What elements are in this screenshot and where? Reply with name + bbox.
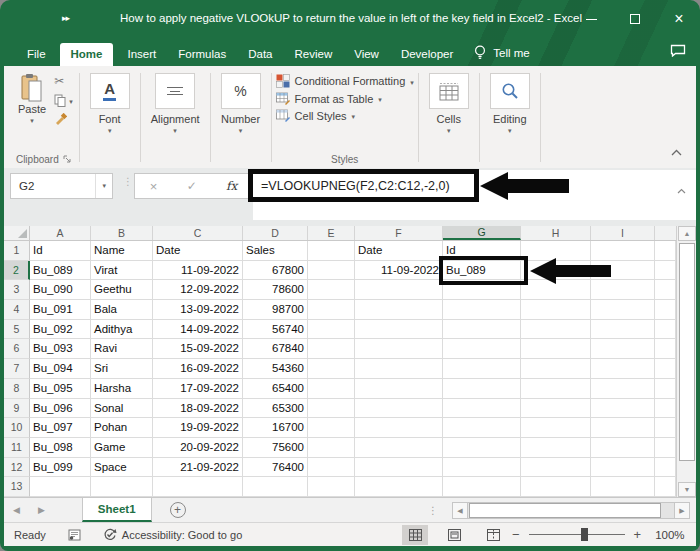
format-painter-button[interactable] [54, 112, 73, 126]
cell-partial-11[interactable] [655, 438, 676, 458]
page-break-preview-button[interactable] [480, 525, 506, 545]
cell-C11[interactable]: 20-09-2022 [153, 438, 243, 458]
cell-C4[interactable]: 13-09-2022 [153, 300, 243, 320]
cell-B8[interactable]: Harsha [91, 379, 153, 399]
cell-C7[interactable]: 16-09-2022 [153, 359, 243, 379]
cell-F9[interactable] [355, 399, 443, 419]
column-header-A[interactable]: A [30, 226, 91, 240]
cell-D6[interactable]: 67840 [243, 339, 308, 359]
cell-B13[interactable] [91, 477, 153, 497]
cell-I13[interactable] [591, 477, 655, 497]
row-header-11[interactable]: 11 [4, 438, 30, 458]
cell-partial-4[interactable] [655, 300, 676, 320]
cell-C13[interactable] [153, 477, 243, 497]
collapse-ribbon-button[interactable] [671, 142, 682, 160]
scroll-right-button[interactable]: ▶ [674, 502, 690, 519]
row-header-10[interactable]: 10 [4, 418, 30, 438]
cell-E10[interactable] [308, 418, 355, 438]
cell-B12[interactable]: Space [91, 458, 153, 478]
cell-G9[interactable] [443, 399, 521, 419]
cell-F7[interactable] [355, 359, 443, 379]
cell-B9[interactable]: Sonal [91, 399, 153, 419]
cell-partial-8[interactable] [655, 379, 676, 399]
tab-home[interactable]: Home [60, 43, 114, 66]
cell-A4[interactable]: Bu_091 [30, 300, 91, 320]
cell-E3[interactable] [308, 280, 355, 300]
number-button[interactable]: % Number ▾ [215, 70, 267, 137]
formula-bar-handle[interactable]: ⋮ [123, 176, 133, 187]
expand-formula-bar-button[interactable] [677, 180, 686, 198]
cell-G13[interactable] [443, 477, 521, 497]
cell-C1[interactable]: Date [153, 241, 243, 261]
maximize-button[interactable] [622, 7, 648, 31]
cell-F12[interactable] [355, 458, 443, 478]
cell-I4[interactable] [591, 300, 655, 320]
row-header-4[interactable]: 4 [4, 300, 30, 320]
zoom-slider-thumb[interactable] [581, 528, 588, 541]
column-header-C[interactable]: C [153, 226, 243, 240]
cell-styles-button[interactable]: Cell Styles ▾ [276, 109, 414, 122]
cell-B6[interactable]: Ravi [91, 339, 153, 359]
cell-G11[interactable] [443, 438, 521, 458]
cell-E9[interactable] [308, 399, 355, 419]
accessibility-status[interactable]: Accessibility: Good to go [103, 528, 242, 541]
column-header-E[interactable]: E [308, 226, 355, 240]
alignment-button[interactable]: Alignment ▾ [145, 70, 206, 137]
cell-D12[interactable]: 76400 [243, 458, 308, 478]
paste-button[interactable]: Paste ▾ [12, 70, 52, 127]
scroll-down-button[interactable]: ▼ [678, 482, 696, 497]
cell-E8[interactable] [308, 379, 355, 399]
zoom-level[interactable]: 100% [655, 529, 684, 541]
cell-D11[interactable]: 75600 [243, 438, 308, 458]
cell-I7[interactable] [591, 359, 655, 379]
name-box[interactable]: G2 ▾ [10, 173, 113, 199]
cell-H4[interactable] [521, 300, 591, 320]
cell-A10[interactable]: Bu_097 [30, 418, 91, 438]
column-header-G[interactable]: G [443, 226, 521, 240]
cell-A9[interactable]: Bu_096 [30, 399, 91, 419]
prev-sheet-button[interactable]: ◀ [4, 505, 29, 515]
cells-button[interactable]: Cells ▾ [423, 70, 475, 137]
cell-H8[interactable] [521, 379, 591, 399]
tab-formulas[interactable]: Formulas [167, 43, 237, 66]
zoom-out-button[interactable]: − [512, 527, 520, 542]
cell-H7[interactable] [521, 359, 591, 379]
insert-function-button[interactable]: fx [226, 179, 237, 193]
cell-H13[interactable] [521, 477, 591, 497]
cell-C6[interactable]: 15-09-2022 [153, 339, 243, 359]
row-header-1[interactable]: 1 [4, 241, 30, 261]
cell-D7[interactable]: 54360 [243, 359, 308, 379]
column-header-D[interactable]: D [243, 226, 308, 240]
row-header-6[interactable]: 6 [4, 339, 30, 359]
cell-C12[interactable]: 21-09-2022 [153, 458, 243, 478]
cell-I12[interactable] [591, 458, 655, 478]
cell-C5[interactable]: 14-09-2022 [153, 320, 243, 340]
quick-access-chevrons-icon[interactable]: ▸▸ [62, 13, 69, 23]
cell-C9[interactable]: 18-09-2022 [153, 399, 243, 419]
row-header-5[interactable]: 5 [4, 320, 30, 340]
cell-D3[interactable]: 78600 [243, 280, 308, 300]
conditional-formatting-button[interactable]: Conditional Formatting ▾ [276, 74, 414, 88]
cell-G5[interactable] [443, 320, 521, 340]
cell-H5[interactable] [521, 320, 591, 340]
cancel-formula-button[interactable]: × [150, 179, 158, 194]
cell-partial-12[interactable] [655, 458, 676, 478]
format-as-table-button[interactable]: Format as Table ▾ [276, 92, 414, 105]
close-button[interactable]: × [666, 7, 692, 31]
cell-A8[interactable]: Bu_095 [30, 379, 91, 399]
cell-E6[interactable] [308, 339, 355, 359]
page-layout-view-button[interactable] [441, 525, 467, 545]
cell-F1[interactable]: Date [355, 241, 443, 261]
column-header-B[interactable]: B [91, 226, 153, 240]
cell-partial-3[interactable] [655, 280, 676, 300]
macro-record-button[interactable] [68, 529, 81, 541]
cell-D13[interactable] [243, 477, 308, 497]
zoom-slider[interactable] [529, 534, 625, 536]
cut-button[interactable]: ✂ [54, 74, 73, 88]
cell-C8[interactable]: 17-09-2022 [153, 379, 243, 399]
column-header-I[interactable]: I [591, 226, 655, 240]
cell-E4[interactable] [308, 300, 355, 320]
minimize-button[interactable] [578, 7, 604, 31]
select-all-button[interactable] [4, 226, 30, 240]
cell-I5[interactable] [591, 320, 655, 340]
